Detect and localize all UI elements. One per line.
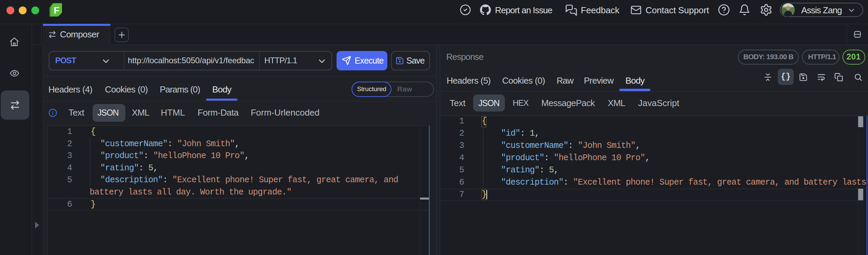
svg-text:F: F [54, 5, 60, 16]
